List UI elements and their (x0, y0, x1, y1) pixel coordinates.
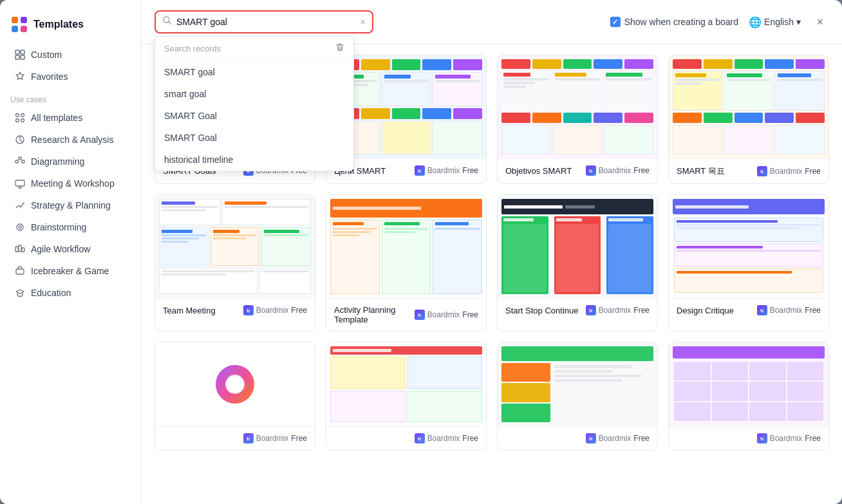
svg-rect-14 (19, 157, 21, 160)
sidebar-item-label: Strategy & Planning (31, 200, 111, 210)
template-card-design-critique[interactable]: Design Critique b Boardmix Free (668, 194, 829, 331)
card-preview (498, 195, 657, 298)
dropdown-item-1[interactable]: smart goal (155, 83, 353, 105)
card-title: Design Critique (677, 306, 734, 315)
card-preview (326, 195, 486, 298)
svg-point-18 (19, 226, 21, 229)
dropdown-item-4[interactable]: historical timeline (155, 149, 353, 171)
card-footer: Start Stop Continue b Boardmix Free (498, 298, 657, 322)
card-preview (669, 342, 828, 426)
card-title: Activity Planning Template (334, 305, 415, 324)
template-card-r3-4[interactable]: b Boardmix Free (668, 342, 829, 451)
search-input-container[interactable]: × (154, 10, 373, 33)
sidebar-item-all-templates[interactable]: All templates (4, 107, 137, 129)
boardmix-logo-icon (10, 15, 28, 33)
templates-modal: Templates Custom Favorites Use cases All… (0, 0, 842, 504)
star-icon (14, 71, 26, 82)
search-clear-icon[interactable]: × (360, 17, 366, 26)
dropdown-item-3[interactable]: SMART Goal (155, 127, 353, 149)
sidebar-item-agile[interactable]: Agile Workflow (4, 238, 137, 260)
sidebar-item-strategy[interactable]: Strategy & Planning (4, 194, 137, 216)
language-label: English (764, 17, 794, 27)
education-icon (14, 287, 26, 299)
template-card-r3-1[interactable]: b Boardmix Free (154, 342, 315, 451)
template-card-team-meeting[interactable]: Team Meeting b Boardmix Free (154, 194, 315, 331)
card-footer: Objetivos SMART b Boardmix Free (498, 158, 657, 182)
svg-point-10 (21, 114, 24, 117)
card-preview (669, 55, 828, 158)
sidebar-item-label: Education (31, 288, 71, 298)
delete-icon[interactable] (335, 43, 344, 54)
free-badge: Free (805, 167, 821, 176)
card-preview (498, 342, 657, 426)
svg-rect-3 (12, 26, 18, 32)
sidebar-item-diagramming[interactable]: Diagramming (4, 151, 137, 173)
agile-icon (14, 243, 26, 255)
boardmix-brand-logo: b (415, 165, 425, 176)
strategy-icon (14, 200, 26, 211)
sidebar-item-label: Favorites (31, 71, 68, 82)
show-creating-option[interactable]: Show when creating a board (610, 17, 738, 27)
card-preview (326, 342, 486, 426)
svg-point-11 (16, 119, 19, 122)
svg-rect-13 (15, 160, 18, 163)
card-footer: b Boardmix Free (155, 426, 315, 450)
sidebar-item-label: Agile Workflow (31, 244, 90, 254)
card-brand: b Boardmix Free (586, 305, 650, 315)
brand-name: Boardmix (770, 434, 803, 443)
template-card-smart-goals-es[interactable]: Objetivos SMART b Boardmix Free (497, 55, 658, 184)
dropdown-item-2[interactable]: SMART Goal (155, 105, 353, 127)
svg-point-17 (17, 224, 23, 230)
boardmix-brand-logo: b (415, 310, 425, 320)
template-card-smart-goals-ko[interactable]: SMART 목표 b Boardmix Free (668, 55, 829, 184)
sidebar-item-label: Custom (31, 50, 62, 60)
boardmix-brand-logo: b (586, 433, 596, 443)
sidebar-item-favorites[interactable]: Favorites (4, 66, 137, 88)
sidebar-item-label: Brainstorming (31, 222, 86, 232)
sidebar-item-custom[interactable]: Custom (4, 44, 137, 66)
brand-name: Boardmix (599, 306, 632, 315)
main-header: × Search records SMART goal smart goal S… (142, 0, 842, 44)
boardmix-brand-logo: b (415, 433, 425, 443)
sidebar-item-meeting[interactable]: Meeting & Workshop (4, 173, 137, 194)
free-badge: Free (633, 166, 650, 175)
meeting-icon (14, 178, 26, 189)
sidebar-item-research[interactable]: Research & Analysis (4, 129, 137, 151)
close-button[interactable]: × (811, 13, 829, 31)
card-footer: b Boardmix Free (669, 426, 828, 450)
brand-name: Boardmix (599, 166, 632, 175)
card-preview (155, 342, 315, 426)
search-input[interactable] (176, 17, 357, 27)
sidebar-item-brainstorming[interactable]: Brainstorming (4, 216, 137, 238)
card-preview (155, 195, 315, 298)
svg-rect-22 (16, 269, 24, 274)
language-selector[interactable]: 🌐 English ▾ (749, 16, 801, 28)
brand-name: Boardmix (770, 306, 803, 315)
template-card-activity-planning[interactable]: Activity Planning Template b Boardmix Fr… (326, 194, 487, 331)
search-dropdown: Search records SMART goal smart goal SMA… (154, 36, 354, 171)
card-footer: b Boardmix Free (498, 426, 657, 450)
diagram-icon (14, 156, 26, 167)
card-brand: b Boardmix Free (415, 310, 478, 320)
sidebar-item-icebreaker[interactable]: Icebreaker & Game (4, 260, 137, 282)
card-title: Team Meeting (163, 306, 216, 315)
dropdown-item-0[interactable]: SMART goal (155, 61, 353, 83)
brand-name: Boardmix (256, 434, 289, 443)
template-card-r3-2[interactable]: b Boardmix Free (326, 342, 487, 451)
template-card-start-stop-continue[interactable]: Start Stop Continue b Boardmix Free (497, 194, 658, 331)
svg-rect-20 (19, 245, 21, 252)
card-brand: b Boardmix Free (243, 433, 307, 443)
sidebar-item-education[interactable]: Education (4, 282, 137, 304)
svg-rect-6 (21, 50, 24, 54)
card-brand: b Boardmix Free (757, 305, 821, 315)
show-creating-checkbox[interactable] (610, 17, 621, 27)
sidebar-title: Templates (33, 19, 84, 30)
template-card-r3-3[interactable]: b Boardmix Free (497, 342, 658, 451)
card-footer: SMART 목표 b Boardmix Free (669, 158, 828, 183)
card-brand: b Boardmix Free (415, 433, 478, 443)
svg-point-9 (16, 114, 19, 117)
free-badge: Free (291, 306, 307, 315)
svg-rect-16 (15, 180, 24, 186)
svg-rect-7 (15, 55, 19, 59)
free-badge: Free (633, 306, 650, 315)
